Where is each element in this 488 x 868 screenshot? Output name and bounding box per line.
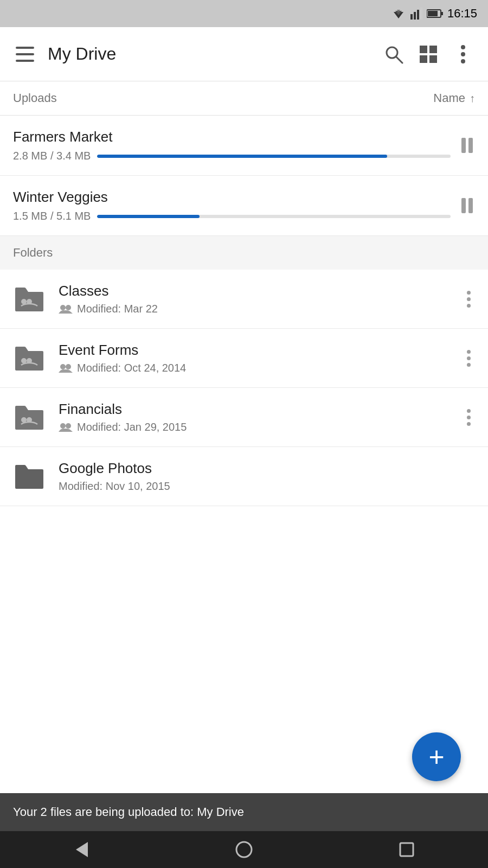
hamburger-menu-button[interactable] (13, 42, 37, 66)
folder-name: Classes (59, 283, 450, 299)
folder-item-financials[interactable]: Financials Modified: Jan 29, 2015 (0, 388, 488, 447)
folder-info-event-forms: Event Forms Modified: Oct 24, 2014 (59, 342, 450, 374)
progress-bar (97, 215, 451, 218)
dot (467, 363, 471, 367)
svg-point-25 (66, 305, 71, 310)
section-uploads-label: Uploads (13, 91, 57, 105)
more-options-button[interactable] (451, 42, 475, 66)
svg-rect-3 (410, 14, 413, 20)
app-bar: My Drive (0, 27, 488, 81)
folder-meta: Modified: Mar 22 (59, 303, 450, 315)
folder-meta: Modified: Nov 10, 2015 (59, 480, 475, 493)
upload-item-winter-veggies[interactable]: Winter Veggies 1.5 MB / 5.1 MB (0, 176, 488, 236)
folder-more-button-financials[interactable] (463, 405, 475, 430)
svg-marker-34 (76, 842, 88, 857)
grid-view-button[interactable] (416, 42, 440, 66)
svg-rect-11 (16, 53, 34, 55)
folder-modified: Modified: Oct 24, 2014 (77, 362, 186, 374)
shared-icon (59, 304, 73, 315)
add-fab-button[interactable]: + (412, 732, 461, 781)
folder-modified: Modified: Mar 22 (77, 303, 158, 315)
folder-info-google-photos: Google Photos Modified: Nov 10, 2015 (59, 460, 475, 493)
folder-item-google-photos[interactable]: Google Photos Modified: Nov 10, 2015 (0, 447, 488, 506)
upload-status-text: Your 2 files are being uploaded to: My D… (13, 805, 244, 819)
svg-rect-17 (420, 55, 427, 63)
folder-info-classes: Classes Modified: Mar 22 (59, 283, 450, 315)
svg-rect-4 (414, 12, 416, 20)
dot (467, 297, 471, 301)
upload-size: 1.5 MB / 5.1 MB (13, 210, 91, 222)
svg-point-24 (60, 305, 66, 310)
folder-icon-financials (13, 401, 46, 433)
svg-rect-12 (16, 60, 34, 62)
shared-icon (59, 363, 73, 374)
progress-bar (97, 155, 451, 158)
status-time: 16:15 (447, 7, 477, 21)
folder-modified: Modified: Nov 10, 2015 (59, 480, 170, 493)
pause-bar-right (468, 138, 473, 153)
svg-rect-8 (441, 12, 443, 15)
folder-name: Google Photos (59, 460, 475, 477)
pause-bar-left (461, 138, 466, 153)
pause-button[interactable] (459, 196, 475, 215)
folder-meta: Modified: Oct 24, 2014 (59, 362, 450, 374)
svg-rect-6 (420, 8, 422, 20)
pause-button[interactable] (459, 136, 475, 155)
svg-rect-16 (429, 46, 437, 53)
dot (467, 416, 471, 419)
dot (467, 304, 471, 308)
sort-name-button[interactable]: Name ↑ (433, 91, 475, 105)
back-button[interactable] (60, 831, 103, 868)
svg-point-32 (60, 423, 66, 429)
folder-info-financials: Financials Modified: Jan 29, 2015 (59, 401, 450, 433)
svg-point-33 (66, 423, 71, 429)
folder-meta: Modified: Jan 29, 2015 (59, 421, 450, 433)
status-bar: 16:15 (0, 0, 488, 27)
folder-name: Event Forms (59, 342, 450, 359)
folder-more-button-classes[interactable] (463, 286, 475, 312)
signal-icon (410, 8, 422, 20)
folder-name: Financials (59, 401, 450, 418)
page-title: My Drive (48, 44, 371, 64)
progress-fill (97, 155, 387, 158)
search-button[interactable] (382, 42, 406, 66)
svg-point-35 (236, 842, 252, 857)
upload-status-bar: Your 2 files are being uploaded to: My D… (0, 793, 488, 831)
sort-row: Uploads Name ↑ (0, 81, 488, 116)
dot (467, 422, 471, 426)
folder-item-classes[interactable]: Classes Modified: Mar 22 (0, 270, 488, 329)
bottom-nav (0, 831, 488, 868)
svg-point-19 (461, 45, 465, 49)
upload-info: Winter Veggies 1.5 MB / 5.1 MB (13, 189, 451, 222)
folder-item-event-forms[interactable]: Event Forms Modified: Oct 24, 2014 (0, 329, 488, 388)
svg-rect-36 (400, 843, 413, 856)
upload-meta: 1.5 MB / 5.1 MB (13, 210, 451, 222)
add-icon: + (428, 743, 444, 770)
recents-button[interactable] (385, 831, 428, 868)
progress-fill (97, 215, 200, 218)
upload-meta: 2.8 MB / 3.4 MB (13, 150, 451, 162)
folder-icon-event-forms (13, 342, 46, 374)
svg-line-14 (396, 57, 402, 63)
svg-rect-5 (417, 10, 419, 20)
sort-name-label: Name (433, 91, 465, 105)
dot (467, 350, 471, 354)
pause-bar-right (468, 198, 473, 213)
upload-size: 2.8 MB / 3.4 MB (13, 150, 91, 162)
folder-icon-google-photos (13, 460, 46, 493)
svg-point-28 (60, 364, 66, 369)
svg-rect-18 (429, 55, 437, 63)
folders-section-header: Folders (0, 236, 488, 270)
folders-label: Folders (13, 246, 53, 259)
svg-point-29 (66, 364, 71, 369)
folder-more-button-event-forms[interactable] (463, 346, 475, 371)
svg-rect-15 (420, 46, 427, 53)
upload-item-farmers-market[interactable]: Farmers Market 2.8 MB / 3.4 MB (0, 116, 488, 176)
status-icons: 16:15 (391, 7, 477, 21)
upload-info: Farmers Market 2.8 MB / 3.4 MB (13, 129, 451, 162)
folder-modified: Modified: Jan 29, 2015 (77, 421, 187, 433)
dot (467, 291, 471, 295)
home-button[interactable] (222, 831, 266, 868)
upload-name: Farmers Market (13, 129, 451, 145)
svg-rect-9 (428, 11, 438, 16)
